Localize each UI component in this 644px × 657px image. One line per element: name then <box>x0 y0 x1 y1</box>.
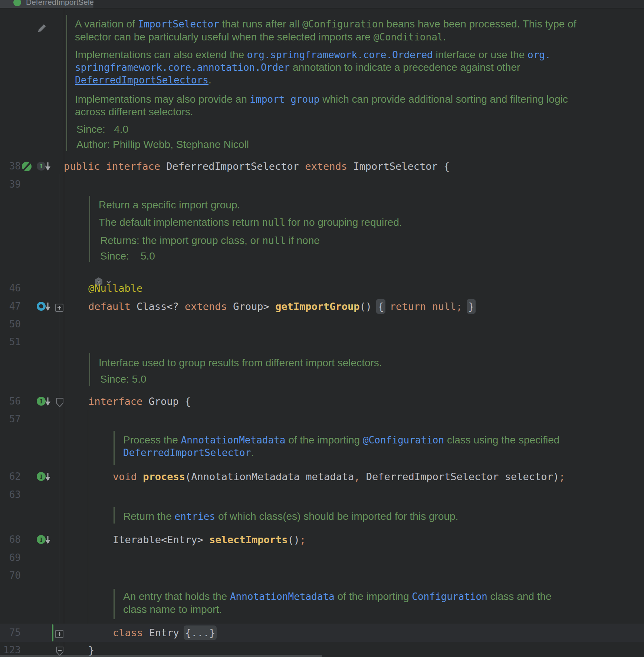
token-id: Group> <box>233 301 275 312</box>
doc-text-run: class using the specified <box>444 434 559 446</box>
code-line-69[interactable]: 69 <box>0 549 644 567</box>
doc-text-run: of the importing <box>335 591 412 602</box>
code-line-63[interactable]: 63 <box>0 486 644 504</box>
doc-text-run: . <box>208 74 211 86</box>
code-line-50[interactable]: 50 <box>0 315 644 333</box>
code-line-123[interactable]: 123} <box>0 641 644 657</box>
token-kw: default <box>88 301 137 312</box>
code-text-75: class Entry {...} <box>113 624 215 642</box>
line-number-63[interactable]: 63 <box>0 486 21 504</box>
line-number-70[interactable]: 70 <box>0 567 21 585</box>
doc-text-run: entries <box>175 511 216 522</box>
code-line-51[interactable]: 51 <box>0 333 644 351</box>
line-number-69[interactable]: 69 <box>0 549 21 567</box>
shield-minus-icon[interactable] <box>55 646 65 656</box>
doc-text-run: @Configuration <box>302 19 384 30</box>
code-line-70[interactable]: 70 <box>0 567 644 585</box>
line-number-50[interactable]: 50 <box>0 315 21 333</box>
javadoc-line: An entry that holds the AnnotationMetada… <box>123 590 552 603</box>
doc-text-run: Author: Phillip Webb, Stephane Nicoll <box>76 139 249 150</box>
doc-text-run: A variation of <box>75 18 138 30</box>
line-number-39[interactable]: 39 <box>0 175 21 194</box>
javadoc-bar-group-javadoc <box>89 353 90 386</box>
token-m: getImportGroup <box>275 301 360 312</box>
doc-text-run: class and the <box>487 591 552 602</box>
spring-leaf-icon[interactable] <box>21 160 33 173</box>
code-line-56[interactable]: 56Iinterface Group { <box>0 392 644 410</box>
javadoc-line: Process the AnnotationMetadata of the im… <box>123 433 559 446</box>
line-number-123[interactable]: 123 <box>0 641 21 657</box>
code-text-68: Iterable<Entry> selectImports(); <box>113 531 306 549</box>
implementations-green-icon[interactable]: I <box>36 395 52 408</box>
implementations-green-icon[interactable]: I <box>36 471 52 483</box>
javadoc-bar-class-javadoc <box>66 15 67 151</box>
javadoc-line: Since: 5.0 <box>100 250 155 263</box>
editor-tab-bar: DeferredImportSelector.java <box>0 0 644 8</box>
line-number-38[interactable]: 38 <box>0 157 21 175</box>
implementations-dark-icon[interactable]: I <box>36 160 52 173</box>
line-number-57[interactable]: 57 <box>0 410 21 428</box>
doc-text-run: interface or use the <box>433 49 528 60</box>
line-number-62[interactable]: 62 <box>0 468 21 486</box>
doc-text-run: for no grouping required. <box>285 217 402 228</box>
token-id: DeferredImportSelector <box>166 161 305 172</box>
plus-box-icon[interactable] <box>55 301 64 311</box>
token-m: process <box>143 471 185 482</box>
code-line-57[interactable]: 57 <box>0 410 644 428</box>
doc-text-run: @Conditional <box>374 32 443 43</box>
code-text-46: @Nullable <box>88 279 142 297</box>
line-number-51[interactable]: 51 <box>0 333 21 351</box>
implemented-teal-icon[interactable] <box>36 300 52 313</box>
doc-text-run: Implementations can also extend the <box>75 49 247 60</box>
code-line-68[interactable]: 68IIterable<Entry> selectImports(); <box>0 531 644 549</box>
pencil-icon[interactable] <box>36 23 47 34</box>
line-number-56[interactable]: 56 <box>0 392 21 410</box>
javadoc-line: Since: 5.0 <box>100 373 147 386</box>
token-ann: @Nullable <box>88 283 142 294</box>
javadoc-bar-entry-javadoc <box>114 589 115 619</box>
line-number-47[interactable]: 47 <box>0 297 21 316</box>
class-file-icon <box>13 0 21 6</box>
javadoc-line: DeferredImportSelector. <box>123 446 254 459</box>
token-m: selectImports <box>209 534 288 545</box>
code-line-75[interactable]: 75class Entry {...} <box>0 624 644 642</box>
line-number-46[interactable]: 46 <box>0 279 21 297</box>
doc-link[interactable]: DeferredImportSelectors <box>75 75 208 86</box>
line-number-68[interactable]: 68 <box>0 531 21 549</box>
file-tab[interactable]: DeferredImportSelector.java <box>0 0 94 8</box>
implementations-green-icon[interactable]: I <box>36 534 52 546</box>
doc-text-run: null <box>262 235 286 246</box>
code-editor[interactable]: A variation of ImportSelector that runs … <box>0 9 644 657</box>
code-line-47[interactable]: 47default Class<? extends Group> getImpo… <box>0 297 644 316</box>
doc-text-run: Since: 5.0 <box>100 373 147 385</box>
line-number-75[interactable]: 75 <box>0 624 21 642</box>
code-text-38: public interface DeferredImportSelector … <box>64 157 450 175</box>
doc-text-run: beans have been processed. This type of <box>384 18 576 30</box>
token-id: (AnnotationMetadata metadata <box>185 471 354 482</box>
code-line-46[interactable]: 46@Nullable <box>0 279 644 297</box>
plus-box-icon[interactable] <box>55 628 64 637</box>
shield-icon[interactable] <box>55 397 65 407</box>
doc-text-run: selector can be particularly useful when… <box>75 31 374 43</box>
code-line-38[interactable]: 38Ipublic interface DeferredImportSelect… <box>0 157 644 175</box>
doc-text-run: @Configuration <box>363 435 444 446</box>
token-id: Entry <box>149 627 185 638</box>
doc-text-run: . <box>251 447 254 458</box>
doc-text-run: if none <box>286 235 320 246</box>
javadoc-line: Return the entries of which class(es) sh… <box>123 510 458 523</box>
token-kw: return null; <box>384 301 462 312</box>
file-tab-label: DeferredImportSelector.java <box>26 0 94 7</box>
token-kw: extends <box>305 161 353 172</box>
doc-text-run: Process the <box>123 434 181 446</box>
doc-text-run: of which class(es) should be imported fo… <box>215 511 458 522</box>
javadoc-line: selector can be particularly useful when… <box>75 30 446 43</box>
token-fold: {...} <box>185 627 215 638</box>
token-kw: , <box>354 471 360 482</box>
token-kw: interface <box>88 396 149 407</box>
code-line-39[interactable]: 39 <box>0 175 644 194</box>
code-line-62[interactable]: 62Ivoid process(AnnotationMetadata metad… <box>0 468 644 486</box>
svg-text:I: I <box>40 163 43 170</box>
doc-text-run: that runs after all <box>219 18 302 30</box>
token-hl: { <box>378 301 384 312</box>
token-id: Class<? <box>137 301 185 312</box>
